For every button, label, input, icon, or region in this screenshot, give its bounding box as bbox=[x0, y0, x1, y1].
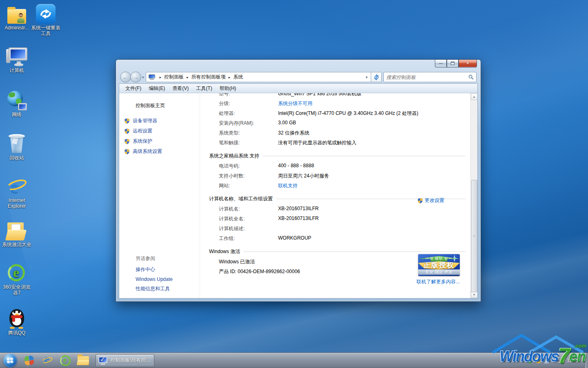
sidebar-item-home[interactable]: 控制面板主页 bbox=[124, 101, 200, 110]
scrollbar-thumb[interactable]: ≡ bbox=[471, 180, 477, 292]
search-input[interactable] bbox=[386, 74, 468, 80]
sidebar-item-label: 高级系统设置 bbox=[133, 148, 162, 155]
desktop-icon-label: 计算机 bbox=[1, 67, 33, 73]
breadcrumb-item-system[interactable]: 系统 bbox=[233, 74, 243, 81]
start-button[interactable] bbox=[3, 354, 17, 368]
desktop-icon-recycle-bin[interactable]: 回收站 bbox=[1, 133, 33, 161]
close-button[interactable]: ✕ bbox=[459, 60, 477, 67]
change-settings[interactable]: 更改设置 bbox=[417, 197, 444, 204]
window-body: 控制面板主页 设备管理器 远程设置 系统保护 高级系统设置 bbox=[119, 93, 478, 298]
qq-penguin-icon bbox=[1, 308, 33, 329]
recent-pages-dropdown[interactable]: ▾ bbox=[142, 75, 144, 79]
genuine-windows-badge: 使用 微软 软件 正版授权 安全 稳定 声誉 bbox=[418, 254, 460, 276]
tray-update-icon[interactable] bbox=[527, 358, 533, 364]
breadcrumb-item-all-items[interactable]: 所有控制面板项 bbox=[192, 74, 226, 81]
reinstall-tool-icon bbox=[31, 3, 60, 24]
info-row-rating: 分级: 系统分级不可用 bbox=[219, 99, 466, 108]
taskbar-icon-explorer[interactable] bbox=[76, 354, 91, 368]
desktop-icon-label: 360安全浏览器7 bbox=[1, 284, 33, 296]
desktop-icon-reinstall-tool[interactable]: 系统一键重装工具 bbox=[31, 3, 60, 36]
sidebar-item-action-center[interactable]: 操作中心 bbox=[124, 265, 200, 275]
address-dropdown-icon[interactable]: ▾ bbox=[364, 75, 369, 79]
desktop-icon-computer[interactable]: 计算机 bbox=[1, 46, 33, 73]
menu-view[interactable]: 查看(V) bbox=[169, 85, 192, 92]
restore-icon bbox=[451, 62, 454, 65]
windows-flag-icon bbox=[7, 357, 14, 364]
forward-button[interactable]: → bbox=[130, 72, 141, 83]
online-support-link[interactable]: 联机支持 bbox=[278, 183, 298, 188]
desktop-icon-label: Internet Explorer bbox=[1, 197, 33, 209]
info-row-description: 计算机描述: bbox=[219, 224, 466, 233]
info-row-workgroup: 工作组: WORKGROUP bbox=[219, 233, 466, 243]
tray-alert-icon[interactable] bbox=[535, 358, 541, 364]
info-row-phone: 电话号码: 400 - 888 - 8888 bbox=[219, 161, 466, 171]
watermark-dotcom: .com bbox=[574, 343, 586, 349]
desktop-icon-label: 系统激活大全 bbox=[1, 242, 33, 247]
internet-explorer-icon: e bbox=[42, 355, 53, 366]
menu-tools[interactable]: 工具(T) bbox=[192, 85, 216, 92]
activation-section: Windows 激活 Windows 已激活 产品 ID: 00426-OEM-… bbox=[219, 248, 466, 289]
uac-shield-icon bbox=[124, 128, 130, 134]
breadcrumb-separator-icon: ▸ bbox=[226, 75, 234, 79]
tray-network-icon[interactable] bbox=[543, 358, 549, 364]
menu-help[interactable]: 帮助(H) bbox=[216, 85, 240, 92]
desktop-icon-network[interactable]: 网络 bbox=[1, 90, 33, 117]
navigation-bar: ← → ▾ ▸ 控制面板 ▸ 所有控制面板项 ▸ 系统 ▾ bbox=[119, 71, 478, 83]
desktop-icon-tencent-qq[interactable]: 腾讯QQ bbox=[1, 308, 33, 336]
info-row-ram: 安装内存(RAM): 3.00 GB bbox=[219, 118, 466, 128]
desktop-icon-label: 腾讯QQ bbox=[1, 330, 33, 336]
info-row-computer-name: 计算机名: XB-20160713ILFR bbox=[219, 204, 466, 214]
sidebar: 控制面板主页 设备管理器 远程设置 系统保护 高级系统设置 bbox=[119, 93, 200, 298]
back-button[interactable]: ← bbox=[120, 72, 131, 83]
restore-button[interactable] bbox=[447, 60, 459, 67]
uac-shield-icon bbox=[124, 149, 130, 155]
computer-icon bbox=[1, 46, 33, 66]
search-box[interactable] bbox=[383, 72, 477, 82]
taskbar-icon-360-safe[interactable] bbox=[22, 354, 37, 368]
minimize-button[interactable]: — bbox=[435, 60, 447, 67]
sidebar-item-remote-settings[interactable]: 远程设置 bbox=[124, 126, 200, 136]
internet-explorer-icon: e bbox=[1, 176, 33, 196]
sidebar-item-windows-update[interactable]: Windows Update bbox=[124, 275, 200, 284]
info-row-system-type: 系统类型: 32 位操作系统 bbox=[219, 128, 466, 138]
desktop-icon-internet-explorer[interactable]: e Internet Explorer bbox=[1, 176, 33, 209]
desktop-icon-administrator[interactable]: Administr... bbox=[1, 3, 33, 31]
scroll-up-button[interactable]: ▲ bbox=[471, 93, 478, 100]
sidebar-item-label: 系统保护 bbox=[133, 138, 152, 145]
sidebar-item-system-protection[interactable]: 系统保护 bbox=[124, 136, 200, 146]
network-icon bbox=[1, 90, 33, 110]
menu-file[interactable]: 文件(F) bbox=[122, 85, 145, 92]
desktop-icon-activation-folder[interactable]: 系统激活大全 bbox=[1, 220, 33, 247]
refresh-button[interactable] bbox=[371, 72, 382, 82]
system-window: — ✕ ← → ▾ ▸ 控制面板 ▸ 所有控制面板项 ▸ 系统 ▾ bbox=[116, 59, 481, 302]
change-settings-link[interactable]: 更改设置 bbox=[425, 197, 444, 204]
360-browser-icon: e bbox=[60, 355, 71, 366]
taskbar-icon-360-browser[interactable]: e bbox=[58, 354, 73, 368]
uac-shield-icon bbox=[124, 139, 130, 144]
taskbar-clock[interactable]: 上午 11:41 bbox=[552, 353, 583, 368]
desktop-icon-360-browser[interactable]: e 360安全浏览器7 bbox=[1, 263, 33, 296]
taskbar-icon-internet-explorer[interactable]: e bbox=[40, 354, 55, 368]
info-row-pen-touch: 笔和触摸: 没有可用于此显示器的笔或触控输入 bbox=[219, 138, 466, 148]
scrollbar-track[interactable]: ≡ bbox=[471, 100, 478, 291]
system-content: 型号: Ghost_Win7 SP1 x86 2016 360装机版 分级: 系… bbox=[200, 93, 470, 298]
rating-unavailable-link[interactable]: 系统分级不可用 bbox=[278, 101, 312, 106]
refresh-icon bbox=[374, 74, 379, 80]
caption-buttons: — ✕ bbox=[435, 60, 477, 67]
menu-edit[interactable]: 编辑(E) bbox=[145, 85, 169, 92]
show-desktop-button[interactable] bbox=[584, 353, 588, 368]
address-bar[interactable]: ▸ 控制面板 ▸ 所有控制面板项 ▸ 系统 ▾ bbox=[146, 72, 371, 82]
user-folder-icon bbox=[1, 3, 33, 24]
sidebar-item-device-manager[interactable]: 设备管理器 bbox=[124, 116, 200, 126]
taskbar-active-task[interactable]: ✓ 控制面板\所有控... bbox=[96, 354, 154, 367]
breadcrumb-item-control-panel[interactable]: 控制面板 bbox=[164, 74, 184, 81]
sidebar-item-advanced-settings[interactable]: 高级系统设置 bbox=[124, 146, 200, 157]
sidebar-item-performance-tools[interactable]: 性能信息和工具 bbox=[124, 284, 200, 294]
section-divider bbox=[263, 156, 466, 156]
breadcrumb-separator-icon: ▸ bbox=[157, 75, 165, 79]
vertical-scrollbar[interactable]: ▲ ≡ ▼ bbox=[470, 93, 477, 298]
roof-icon bbox=[491, 332, 585, 353]
info-row-hours: 支持小时数: 周日至周六 24小时服务 bbox=[219, 171, 466, 181]
breadcrumb: ▸ 控制面板 ▸ 所有控制面板项 ▸ 系统 bbox=[157, 74, 243, 81]
learn-more-link[interactable]: 联机了解更多内容... bbox=[416, 278, 460, 285]
